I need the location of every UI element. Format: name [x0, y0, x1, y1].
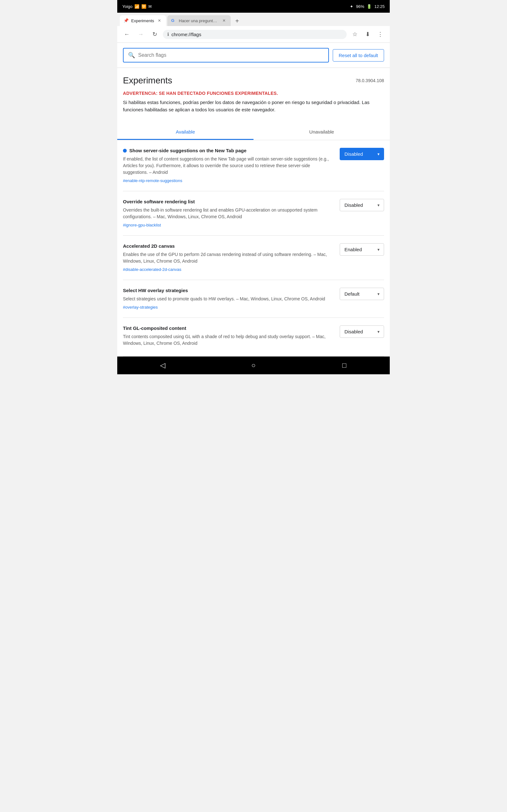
search-icon: 🔍	[128, 52, 135, 59]
flag-select[interactable]: Disabled Enabled Default	[340, 288, 384, 300]
flag-desc: Select strategies used to promote quads …	[123, 296, 335, 302]
flag-select-wrapper: Disabled Enabled Default	[340, 288, 384, 300]
flag-control: Disabled Enabled Default	[340, 148, 384, 160]
recent-nav-button[interactable]: □	[337, 359, 352, 372]
bookmark-button[interactable]: ☆	[349, 29, 360, 40]
bottom-nav: ◁ ○ □	[117, 357, 390, 374]
flags-list: Show server-side suggestions on the New …	[117, 140, 390, 357]
flag-content: Accelerated 2D canvas Enables the use of…	[123, 243, 335, 272]
flag-item: Show server-side suggestions on the New …	[123, 140, 384, 191]
address-bar: ← → ↻ ℹ chrome://flags ☆ ⬇ ⋮	[117, 26, 390, 43]
reset-all-button[interactable]: Reset all to default	[333, 49, 384, 61]
flag-dot	[123, 149, 127, 153]
flag-control: Disabled Enabled Default	[340, 288, 384, 300]
version-text: 78.0.3904.108	[355, 75, 384, 83]
flag-content: Show server-side suggestions on the New …	[123, 148, 335, 183]
flag-select-wrapper: Disabled Enabled Default	[340, 148, 384, 160]
flag-title-row: Select HW overlay strategies	[123, 288, 335, 293]
tab-pregunta-close[interactable]: ✕	[221, 18, 227, 23]
mail-icon: ✉	[148, 4, 152, 9]
search-input-wrapper[interactable]: 🔍	[123, 48, 329, 62]
flag-title: Accelerated 2D canvas	[123, 243, 175, 249]
signal-icon: 📶	[134, 4, 139, 9]
bluetooth-icon: ✦	[350, 4, 353, 9]
flag-control: Disabled Enabled Default	[340, 243, 384, 256]
flag-desc: If enabled, the list of content suggesti…	[123, 156, 335, 176]
flag-select[interactable]: Disabled Enabled Default	[340, 148, 384, 160]
flag-content: Tint GL-composited content Tint contents…	[123, 325, 335, 349]
search-bar-container: 🔍 Reset all to default	[117, 43, 390, 68]
browser-chrome: 📌 Experiments ✕ G Hacer una pregunta - A…	[117, 13, 390, 43]
status-bar: Yoigo 📶 🛜 ✉ ✦ 96% 🔋 12:25	[117, 0, 390, 13]
flag-link[interactable]: #ignore-gpu-blacklist	[123, 223, 161, 227]
flag-select-wrapper: Disabled Enabled Default	[340, 199, 384, 211]
flag-select-wrapper: Disabled Enabled Default	[340, 325, 384, 338]
flag-select[interactable]: Disabled Enabled Default	[340, 199, 384, 211]
tab-bar: 📌 Experiments ✕ G Hacer una pregunta - A…	[117, 13, 390, 26]
time-text: 12:25	[374, 4, 385, 9]
page-title: Experiments	[123, 75, 172, 86]
battery-icon: 🔋	[367, 4, 372, 9]
flag-item: Accelerated 2D canvas Enables the use of…	[123, 236, 384, 280]
tab-experiments-title: Experiments	[131, 18, 154, 23]
flag-content: Select HW overlay strategies Select stra…	[123, 288, 335, 310]
flag-link[interactable]: #disable-accelerated-2d-canvas	[123, 267, 181, 272]
flag-title: Select HW overlay strategies	[123, 288, 188, 293]
carrier-text: Yoigo	[122, 4, 132, 9]
flag-content: Override software rendering list Overrid…	[123, 199, 335, 228]
forward-button[interactable]: →	[135, 29, 147, 40]
flag-control: Disabled Enabled Default	[340, 325, 384, 338]
flag-select[interactable]: Disabled Enabled Default	[340, 243, 384, 256]
toolbar-icons: ☆ ⬇ ⋮	[349, 29, 386, 40]
search-input[interactable]	[138, 52, 324, 58]
tab-experiments[interactable]: 📌 Experiments ✕	[120, 15, 166, 26]
flag-title-row: Override software rendering list	[123, 199, 335, 204]
menu-button[interactable]: ⋮	[375, 29, 386, 40]
flag-item: Select HW overlay strategies Select stra…	[123, 280, 384, 318]
experiments-header: Experiments 78.0.3904.108	[117, 68, 390, 88]
flag-title-row: Tint GL-composited content	[123, 325, 335, 331]
info-icon: ℹ	[167, 32, 169, 37]
warning-title: ADVERTENCIA: SE HAN DETECTADO FUNCIONES …	[123, 91, 384, 96]
flag-item: Tint GL-composited content Tint contents…	[123, 318, 384, 357]
tab-available[interactable]: Available	[117, 125, 253, 140]
flag-title: Show server-side suggestions on the New …	[129, 148, 246, 153]
reload-button[interactable]: ↻	[149, 29, 160, 40]
tab-unavailable[interactable]: Unavailable	[253, 125, 390, 140]
flag-link[interactable]: #overlay-strategies	[123, 305, 158, 310]
flag-link[interactable]: #enable-ntp-remote-suggestions	[123, 178, 182, 183]
warning-section: ADVERTENCIA: SE HAN DETECTADO FUNCIONES …	[117, 88, 390, 119]
flag-desc: Tint contents composited using GL with a…	[123, 334, 335, 347]
flag-control: Disabled Enabled Default	[340, 199, 384, 211]
back-button[interactable]: ←	[121, 29, 132, 40]
download-button[interactable]: ⬇	[362, 29, 373, 40]
flag-title-row: Accelerated 2D canvas	[123, 243, 335, 249]
home-nav-button[interactable]: ○	[245, 359, 262, 372]
url-text: chrome://flags	[171, 32, 201, 37]
page-content: 🔍 Reset all to default Experiments 78.0.…	[117, 43, 390, 357]
status-left: Yoigo 📶 🛜 ✉	[122, 4, 152, 9]
warning-text: Si habilitas estas funciones, podrías pe…	[123, 99, 384, 113]
wifi-icon: 🛜	[141, 4, 147, 9]
flag-title: Tint GL-composited content	[123, 325, 186, 331]
flag-select[interactable]: Disabled Enabled Default	[340, 325, 384, 338]
tab-google-icon: G	[171, 18, 176, 23]
page-tabs: Available Unavailable	[117, 125, 390, 140]
flag-desc: Enables the use of the GPU to perform 2d…	[123, 251, 335, 264]
flag-desc: Overrides the built-in software renderin…	[123, 207, 335, 220]
tab-pregunta[interactable]: G Hacer una pregunta - Ayuda ✕	[167, 15, 231, 26]
tab-experiments-icon: 📌	[124, 18, 129, 23]
back-nav-button[interactable]: ◁	[155, 359, 170, 372]
url-bar[interactable]: ℹ chrome://flags	[163, 30, 347, 39]
flag-select-wrapper: Disabled Enabled Default	[340, 243, 384, 256]
new-tab-button[interactable]: +	[232, 16, 242, 26]
flag-title: Override software rendering list	[123, 199, 195, 204]
flag-title-row: Show server-side suggestions on the New …	[123, 148, 335, 153]
tab-pregunta-title: Hacer una pregunta - Ayuda	[179, 18, 219, 23]
flag-item: Override software rendering list Overrid…	[123, 191, 384, 236]
status-right: ✦ 96% 🔋 12:25	[350, 4, 385, 9]
battery-text: 96%	[356, 4, 364, 9]
tab-experiments-close[interactable]: ✕	[157, 18, 162, 23]
